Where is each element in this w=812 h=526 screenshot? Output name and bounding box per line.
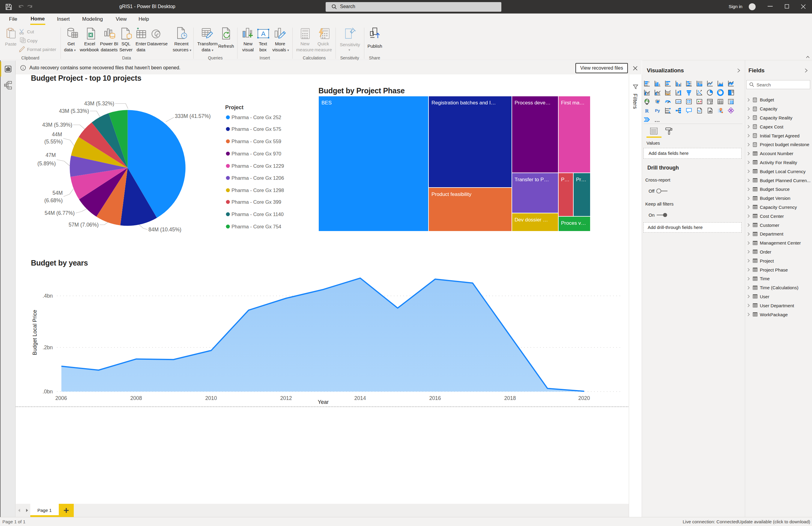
svg-text:2010: 2010 — [205, 395, 217, 401]
svg-text:2008: 2008 — [130, 395, 142, 401]
svg-text:Py: Py — [655, 108, 660, 113]
svg-text:.4bn: .4bn — [43, 293, 53, 299]
svg-text:Year: Year — [318, 399, 329, 405]
svg-text:Budget Local Price: Budget Local Price — [32, 310, 38, 355]
svg-text:.0bn: .0bn — [43, 388, 53, 395]
svg-text:2012: 2012 — [280, 395, 292, 401]
svg-text:2006: 2006 — [56, 395, 67, 401]
svg-text:2018: 2018 — [504, 395, 516, 401]
svg-text:R: R — [645, 108, 649, 113]
svg-text:2020: 2020 — [578, 395, 590, 401]
svg-text:2016: 2016 — [430, 395, 441, 401]
svg-text:123: 123 — [676, 100, 680, 103]
svg-text:.2bn: .2bn — [43, 344, 53, 351]
svg-text:2014: 2014 — [354, 395, 366, 401]
